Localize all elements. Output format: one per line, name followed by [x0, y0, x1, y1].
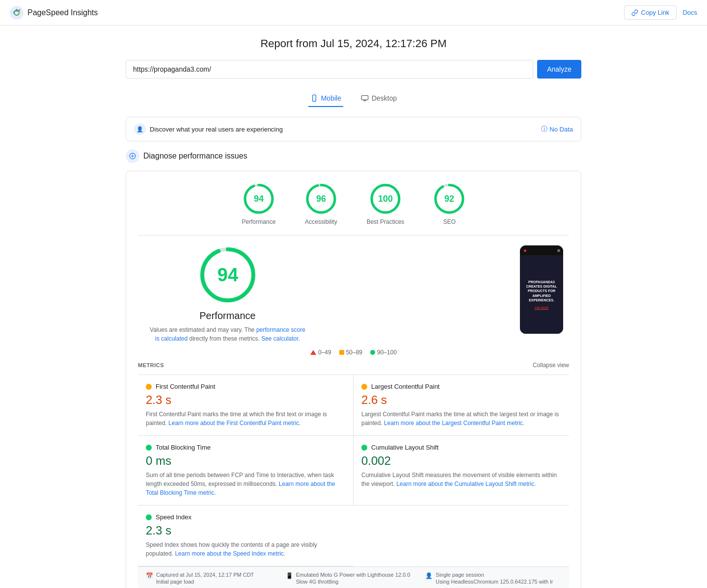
phone-cta: HIRE MORE — [535, 306, 548, 309]
green-circle-icon — [370, 350, 375, 355]
si-dot — [146, 514, 152, 520]
svg-rect-6 — [361, 96, 368, 100]
tabs: Mobile Desktop — [126, 90, 581, 107]
cls-desc: Cumulative Layout Shift measures the mov… — [361, 471, 561, 488]
svg-text:94: 94 — [254, 194, 264, 204]
metric-cls: Cumulative Layout Shift 0.002 Cumulative… — [354, 436, 569, 506]
svg-rect-4 — [312, 95, 316, 101]
real-users-banner: 👤 Discover what your real users are expe… — [126, 117, 581, 141]
seo-score-circle: 92 — [434, 183, 465, 214]
user-icon: 👤 — [134, 123, 146, 135]
si-learn-more[interactable]: Learn more about the Speed Index metric. — [175, 550, 285, 557]
header: PageSpeed Insights Copy Link Docs — [0, 0, 707, 26]
url-bar: Analyze — [126, 60, 581, 79]
lcp-desc: Largest Contentful Paint marks the time … — [361, 410, 561, 428]
svg-point-5 — [314, 100, 314, 100]
diagnose-header: Diagnose performance issues — [126, 149, 581, 163]
banner-text: Discover what your real users are experi… — [150, 126, 283, 133]
score-seo: 92 SEO — [434, 183, 465, 225]
metric-empty — [354, 506, 569, 566]
lcp-dot — [361, 384, 367, 390]
lcp-learn-more[interactable]: Learn more about the Largest Contentful … — [384, 420, 524, 427]
fcp-value: 2.3 s — [146, 393, 345, 407]
metrics-label: METRICS — [138, 362, 164, 368]
link-icon — [631, 9, 638, 16]
pagespeed-logo — [10, 6, 24, 20]
scores-row: 94 Performance 96 Accessibility 100 Bes — [138, 183, 569, 236]
footer-emulated: 📱 Emulated Moto G Power with Lighthouse … — [286, 572, 422, 585]
fcp-learn-more[interactable]: Learn more about the First Contentful Pa… — [168, 420, 300, 427]
fcp-desc: First Contentful Paint marks the time at… — [146, 410, 345, 428]
red-triangle-icon — [310, 350, 316, 355]
metrics-grid: First Contentful Paint 2.3 s First Conte… — [138, 374, 569, 566]
orange-square-icon — [339, 350, 344, 355]
metric-fcp-header: First Contentful Paint — [146, 383, 345, 390]
metric-si: Speed Index 2.3 s Speed Index shows how … — [138, 506, 354, 566]
lcp-name: Largest Contentful Paint — [371, 383, 439, 390]
cls-name: Cumulative Layout Shift — [371, 444, 438, 451]
footer-session: 👤 Single page session Using HeadlessChro… — [425, 572, 561, 585]
logo: PageSpeed Insights — [10, 6, 98, 20]
analyze-button[interactable]: Analyze — [537, 60, 581, 79]
svg-marker-27 — [310, 350, 316, 355]
legend-orange: 50–89 — [339, 349, 362, 356]
svg-text:100: 100 — [378, 194, 393, 204]
report-title: Report from Jul 15, 2024, 12:17:26 PM — [126, 37, 581, 50]
performance-left: 94 Performance Values are estimated and … — [138, 245, 317, 343]
wrench-icon — [129, 153, 136, 160]
best-practices-label: Best Practices — [367, 218, 405, 225]
collapse-button[interactable]: Collapse view — [533, 362, 569, 369]
footer-captured: 📅 Captured at Jul 15, 2024, 12:17 PM CDT… — [146, 572, 282, 585]
user-session-icon: 👤 — [425, 572, 433, 579]
card-footer: 📅 Captured at Jul 15, 2024, 12:17 PM CDT… — [138, 566, 569, 588]
performance-right: ★ ≡ PROPAGANDA3 CREATES DIGITAL PRODUCTS… — [520, 245, 569, 334]
copy-link-label: Copy Link — [641, 9, 670, 16]
tbt-value: 0 ms — [146, 454, 345, 468]
si-desc: Speed Index shows how quickly the conten… — [146, 540, 346, 558]
score-accessibility: 96 Accessibility — [305, 183, 337, 225]
big-performance-circle: 94 — [198, 245, 257, 304]
metric-tbt: Total Blocking Time 0 ms Sum of all time… — [138, 436, 354, 506]
metric-lcp-header: Largest Contentful Paint — [361, 383, 561, 390]
main-content: Report from Jul 15, 2024, 12:17:26 PM An… — [118, 26, 589, 588]
phone-star-icon: ★ — [523, 248, 527, 253]
header-actions: Copy Link Docs — [624, 5, 697, 20]
metric-lcp: Largest Contentful Paint 2.6 s Largest C… — [354, 375, 569, 436]
phone-icon: 📱 — [286, 572, 293, 579]
fcp-dot — [146, 384, 152, 390]
svg-text:96: 96 — [316, 194, 326, 204]
lcp-value: 2.6 s — [361, 393, 561, 407]
url-input[interactable] — [126, 60, 533, 79]
diagnose-icon — [126, 149, 139, 163]
desktop-icon — [361, 94, 369, 102]
no-data-link[interactable]: ⓘ No Data — [541, 125, 573, 134]
tbt-name: Total Blocking Time — [156, 444, 211, 451]
legend-green: 90–100 — [370, 349, 397, 356]
performance-description: Values are estimated and may vary. The p… — [149, 325, 306, 343]
cls-learn-more[interactable]: Learn more about the Cumulative Layout S… — [396, 481, 536, 487]
copy-link-button[interactable]: Copy Link — [624, 5, 677, 20]
performance-detail: 94 Performance Values are estimated and … — [138, 245, 569, 343]
see-calculator-link[interactable]: See calculator. — [261, 335, 300, 342]
legend-red: 0–49 — [310, 349, 331, 356]
metrics-header: METRICS Collapse view — [138, 362, 569, 369]
docs-link[interactable]: Docs — [682, 9, 697, 16]
cls-dot — [361, 445, 367, 451]
phone-content: PROPAGANDA3 CREATES DIGITAL PRODUCTS FOR… — [520, 255, 563, 334]
tbt-desc: Sum of all time periods between FCP and … — [146, 471, 345, 497]
performance-title: Performance — [199, 310, 256, 321]
svg-point-0 — [10, 6, 24, 20]
phone-text: PROPAGANDA3 CREATES DIGITAL PRODUCTS FOR… — [524, 280, 559, 302]
banner-left: 👤 Discover what your real users are expe… — [134, 123, 283, 135]
si-name: Speed Index — [156, 513, 191, 521]
scores-card: 94 Performance 96 Accessibility 100 Bes — [126, 171, 581, 588]
tab-mobile[interactable]: Mobile — [308, 90, 343, 107]
accessibility-label: Accessibility — [305, 218, 337, 225]
score-performance: 94 Performance — [242, 183, 276, 225]
tab-desktop[interactable]: Desktop — [359, 90, 399, 107]
performance-score-circle: 94 — [243, 183, 274, 214]
metric-tbt-header: Total Blocking Time — [146, 444, 345, 451]
tbt-dot — [146, 445, 152, 451]
performance-label: Performance — [242, 218, 276, 225]
metric-fcp: First Contentful Paint 2.3 s First Conte… — [138, 375, 354, 436]
